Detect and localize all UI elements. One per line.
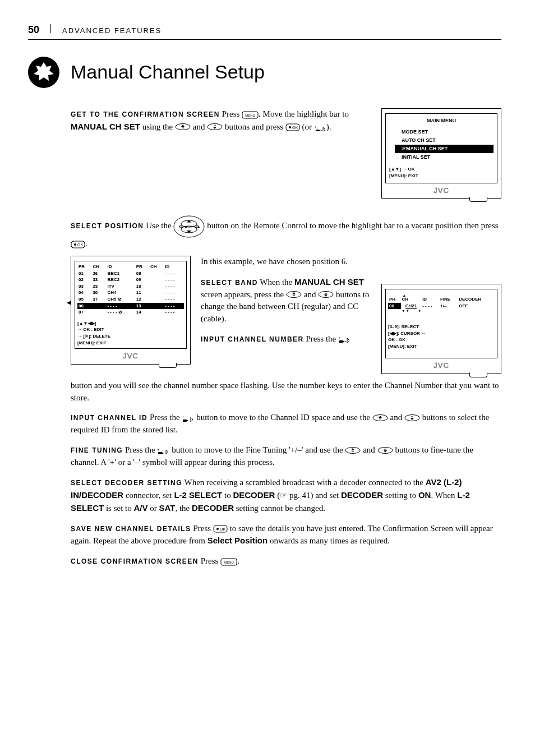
up-button-icon (372, 414, 388, 422)
step-select-band: SELECT BAND When the MANUAL CH SET scree… (201, 276, 371, 325)
svg-text:+: + (157, 447, 160, 452)
menu-button-icon: MENU (220, 558, 237, 566)
svg-text:MENU: MENU (245, 114, 255, 117)
svg-marker-37 (324, 294, 328, 297)
svg-marker-7 (213, 127, 216, 129)
svg-text:+: + (182, 414, 185, 420)
fwd-button-icon: + (157, 447, 169, 455)
svg-point-30 (74, 243, 76, 246)
svg-marker-47 (191, 417, 193, 422)
up-button-icon (175, 123, 191, 131)
step2-example: In this example, we have chosen position… (201, 256, 371, 268)
star-badge-icon (28, 57, 59, 88)
hint-text: [MENU]: EXIT (77, 340, 184, 347)
svg-marker-14 (319, 130, 321, 131)
down-button-icon (318, 291, 334, 299)
page-header: 50 ADVANCED FEATURES (28, 22, 501, 40)
svg-marker-59 (351, 448, 354, 450)
channel-edit-screen: PR▴CHIDFINEDECODER 06CH21◂▾▸- - - -+/–OF… (381, 284, 501, 374)
step-input-ch-number-cont: button and you will see the channel numb… (71, 380, 501, 404)
divider (50, 24, 51, 33)
svg-marker-52 (411, 418, 414, 420)
hint-text: [MENU]: EXIT (388, 343, 495, 350)
step-input-channel-id: INPUT CHANNEL ID Press the + button to m… (71, 412, 501, 436)
screen-title: MAIN MENU (389, 117, 494, 125)
section-name: ADVANCED FEATURES (62, 26, 162, 36)
down-button-icon (207, 123, 223, 131)
up-button-icon (345, 447, 361, 455)
menu-item-selected: ☞MANUAL CH SET (395, 145, 494, 153)
svg-text:+: + (314, 125, 317, 130)
hint-text: [MENU]: EXIT (389, 173, 494, 179)
jvc-logo: JVC (385, 183, 497, 197)
svg-marker-41 (343, 340, 345, 343)
step-get-to-confirmation: GET TO THE CONFIRMATION SCREEN Press MEN… (71, 108, 370, 133)
ok-button-icon: OK (71, 241, 85, 248)
table-row-selected: 06- - - -13- - - - (77, 303, 184, 310)
hint-text: [▲▼◀▶] (77, 320, 184, 327)
fwd-button-icon: + (338, 335, 350, 343)
svg-text:OK: OK (292, 126, 298, 130)
svg-marker-46 (186, 420, 188, 422)
svg-point-65 (216, 528, 219, 530)
channel-table: PRCHIDPRCHID 0126BBC108- - - - 0233BBC20… (77, 264, 184, 316)
step-select-decoder: SELECT DECODER SETTING When receiving a … (71, 476, 501, 514)
step-close-confirmation: CLOSE CONFIRMATION SCREEN Press MENU. (71, 555, 501, 568)
step-input-ch-number-start: INPUT CHANNEL NUMBER Press the + (201, 333, 371, 345)
down-button-icon (377, 447, 393, 455)
svg-point-10 (289, 126, 291, 128)
channel-list-screen: PRCHIDPRCHID 0126BBC108- - - - 0233BBC20… (71, 256, 191, 365)
svg-marker-4 (181, 125, 185, 127)
menu-item: AUTO CH SET (400, 136, 494, 145)
jvc-logo: JVC (385, 358, 497, 372)
svg-marker-13 (316, 130, 319, 131)
step-select-position: SELECT POSITION Use the ◄◄►►+ button on … (71, 215, 501, 250)
step-save-details: SAVE NEW CHANNEL DETAILS Press OK to sav… (71, 523, 501, 548)
menu-button-icon: MENU (242, 111, 259, 119)
svg-marker-32 (67, 301, 71, 305)
svg-text:+: + (193, 223, 195, 226)
page-number: 50 (28, 22, 39, 37)
svg-text:OK: OK (220, 527, 225, 531)
svg-marker-0 (34, 62, 54, 81)
menu-item: MODE SET (400, 128, 494, 136)
svg-text:+: + (338, 335, 341, 340)
svg-text:OK: OK (77, 243, 83, 247)
edit-table: PR▴CHIDFINEDECODER 06CH21◂▾▸- - - -+/–OF… (388, 296, 495, 309)
ok-button-icon: OK (285, 123, 300, 131)
hint-text: [0–9]: SELECT (388, 324, 495, 330)
ok-button-icon: OK (213, 525, 228, 533)
menu-item: INITIAL SET (400, 153, 494, 162)
up-button-icon (286, 291, 302, 299)
svg-text:►►: ►► (194, 225, 201, 229)
svg-marker-43 (347, 338, 349, 343)
svg-marker-57 (166, 450, 168, 454)
svg-marker-49 (379, 416, 382, 418)
page-title: Manual Channel Setup (71, 58, 265, 86)
dpad-icon: ◄◄►►+ (173, 215, 205, 238)
hint-text: OK : OK (388, 336, 495, 343)
hint-text: [◀▶]: CURSOR ↔ (388, 330, 495, 337)
main-menu-screen: MAIN MENU MODE SET AUTO CH SET ☞MANUAL C… (381, 108, 501, 199)
svg-text:MENU: MENU (224, 561, 234, 564)
hint-text: → [✕]: DELETE (77, 333, 184, 340)
hint-text: → OK : EDIT (77, 326, 184, 333)
svg-rect-55 (158, 452, 162, 454)
jvc-logo: JVC (75, 349, 187, 363)
title-row: Manual Channel Setup (28, 57, 501, 88)
svg-marker-16 (323, 127, 325, 131)
hint-text: [▲▼] → OK (389, 166, 494, 173)
step-fine-tuning: FINE TUNING Press the + button to move t… (71, 444, 501, 469)
svg-rect-45 (183, 420, 186, 422)
down-button-icon (404, 414, 420, 422)
svg-marker-56 (162, 452, 164, 454)
svg-rect-40 (339, 340, 343, 343)
svg-marker-34 (292, 292, 296, 294)
fwd-button-icon: + (182, 414, 194, 422)
svg-text:◄◄: ◄◄ (181, 225, 187, 229)
svg-marker-62 (384, 450, 387, 453)
fwd-button-icon: + (314, 123, 326, 131)
